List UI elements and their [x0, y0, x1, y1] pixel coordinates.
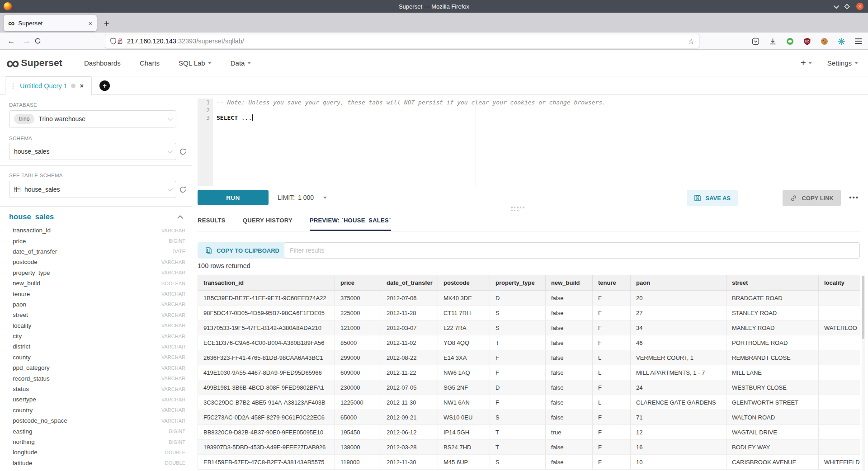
schema-select[interactable]: house_sales — [9, 143, 176, 160]
results-scrollbar[interactable] — [862, 275, 865, 471]
column-row-date-of-transfer[interactable]: date_of_transferDATE — [13, 246, 185, 257]
sql-editor[interactable]: 1 2 3 -- Note: Unless you save your quer… — [198, 99, 860, 186]
menu-icon[interactable] — [855, 38, 862, 44]
column-row-postcode[interactable]: postcodeVARCHAR — [13, 257, 185, 267]
window-close-icon[interactable]: × — [856, 3, 863, 10]
column-type: VARCHAR — [161, 344, 185, 349]
table-cell: 65000 — [335, 410, 381, 425]
superset-logo-icon[interactable]: ∞ — [6, 56, 19, 70]
query-tab[interactable]: ⋮ Untitled Query 1 × — [5, 76, 92, 95]
col-header-paon[interactable]: paon — [631, 275, 726, 291]
table-cell: 119000 — [335, 455, 381, 470]
back-button[interactable]: ← — [4, 37, 19, 46]
tab-query-history[interactable]: QUERY HISTORY — [243, 217, 292, 231]
col-header-postcode[interactable]: postcode — [438, 275, 490, 291]
column-row-paon[interactable]: paonVARCHAR — [13, 299, 185, 310]
pane-resize-handle[interactable] — [511, 207, 524, 211]
column-row-price[interactable]: priceBIGINT — [13, 236, 185, 246]
column-type: VARCHAR — [161, 386, 185, 392]
column-row-record-status[interactable]: record_statusVARCHAR — [13, 373, 185, 383]
nav-item-charts[interactable]: Charts — [140, 59, 160, 67]
new-tab-button[interactable]: + — [104, 19, 109, 28]
cookie-icon[interactable] — [821, 38, 828, 45]
collapse-chevron-icon[interactable] — [177, 215, 183, 221]
window-minimize-icon[interactable] — [834, 3, 840, 9]
database-select[interactable]: trino Trino warehouse — [9, 110, 176, 127]
privacy-badger-icon[interactable] — [786, 38, 794, 45]
pocket-icon[interactable] — [752, 38, 760, 45]
extension-sparkle-icon[interactable] — [838, 38, 845, 45]
column-row-latitude[interactable]: latitudeDOUBLE — [13, 458, 185, 468]
new-menu-button[interactable]: + — [801, 57, 812, 68]
col-header-date-of-transfer[interactable]: date_of_transfer — [381, 275, 438, 291]
col-header-street[interactable]: street — [726, 275, 819, 291]
browser-tab[interactable]: ∞ Superset × — [4, 15, 97, 31]
column-row-longitude[interactable]: longitudeDOUBLE — [13, 447, 185, 457]
url-bar[interactable]: 217.160.120.143:32393/superset/sqllab/ ☆ — [105, 34, 699, 48]
column-row-ppd-category[interactable]: ppd_categoryVARCHAR — [13, 363, 185, 373]
url-text: 217.160.120.143:32393/superset/sqllab/ — [127, 38, 688, 45]
run-button[interactable]: RUN — [198, 190, 269, 205]
column-name: new_build — [13, 280, 161, 287]
column-row-northing[interactable]: northingBIGINT — [13, 437, 185, 447]
col-header-new-build[interactable]: new_build — [546, 275, 593, 291]
column-row-postcode-no-space[interactable]: postcode_no_spaceVARCHAR — [13, 415, 185, 426]
column-row-county[interactable]: countyVARCHAR — [13, 352, 185, 363]
refresh-table-icon[interactable] — [179, 186, 187, 193]
column-row-usertype[interactable]: usertypeVARCHAR — [13, 394, 185, 405]
column-row-street[interactable]: streetVARCHAR — [13, 310, 185, 320]
column-row-district[interactable]: districtVARCHAR — [13, 341, 185, 352]
column-row-status[interactable]: statusVARCHAR — [13, 384, 185, 394]
tab-results[interactable]: RESULTS — [198, 217, 226, 231]
table-schema-title[interactable]: house_sales — [9, 212, 54, 221]
query-tab-title: Untitled Query 1 — [20, 82, 67, 89]
refresh-schema-icon[interactable] — [179, 148, 187, 155]
reload-button[interactable] — [34, 38, 50, 44]
table-row: 98F5DC47-0D05-4D59-95B7-98CA6F1FDE052250… — [198, 306, 860, 320]
save-as-button[interactable]: SAVE AS — [687, 190, 738, 206]
column-row-country[interactable]: countryVARCHAR — [13, 405, 185, 415]
settings-menu[interactable]: Settings — [827, 59, 858, 67]
column-name: tenure — [13, 291, 161, 297]
drag-handle-icon[interactable]: ⋮ — [10, 82, 16, 89]
table-cell: 16 — [631, 440, 726, 455]
window-maximize-icon[interactable] — [844, 4, 850, 9]
copy-link-button[interactable]: COPY LINK — [783, 190, 841, 206]
column-row-locality[interactable]: localityVARCHAR — [13, 320, 185, 331]
query-tab-close-icon[interactable]: × — [80, 82, 84, 89]
column-row-new-build[interactable]: new_buildBOOLEAN — [13, 278, 185, 288]
col-header-property-type[interactable]: property_type — [490, 275, 546, 291]
insecure-lock-icon[interactable] — [117, 38, 123, 45]
col-header-price[interactable]: price — [335, 275, 381, 291]
table-cell: 91370533-19F5-47FE-B142-A380A8ADA210 — [198, 320, 335, 335]
limit-dropdown[interactable]: LIMIT: 1 000 — [278, 190, 327, 205]
column-row-tenure[interactable]: tenureVARCHAR — [13, 288, 185, 299]
col-header-tenure[interactable]: tenure — [593, 275, 631, 291]
scrollbar-thumb[interactable] — [862, 276, 864, 339]
column-row-property-type[interactable]: property_typeVARCHAR — [13, 268, 185, 278]
col-header-transaction-id[interactable]: transaction_id — [198, 275, 335, 291]
nav-item-dashboards[interactable]: Dashboards — [84, 59, 121, 67]
chevron-down-icon — [168, 148, 173, 153]
nav-item-data[interactable]: Data — [231, 59, 251, 67]
forward-button[interactable]: → — [19, 37, 34, 46]
column-type: DATE — [172, 249, 185, 254]
tab-preview-house-sales[interactable]: PREVIEW: `HOUSE_SALES` — [310, 217, 391, 231]
superset-brand[interactable]: Superset — [21, 57, 62, 68]
table-select[interactable]: house_sales — [9, 181, 176, 198]
ublock-shield-icon[interactable]: UO — [803, 38, 811, 45]
nav-item-sql-lab[interactable]: SQL Lab — [179, 59, 212, 67]
more-actions-button[interactable]: ••• — [849, 193, 859, 201]
filter-results-input[interactable] — [284, 242, 860, 259]
add-query-tab-button[interactable]: + — [99, 80, 110, 91]
column-row-city[interactable]: cityVARCHAR — [13, 331, 185, 341]
column-row-easting[interactable]: eastingBIGINT — [13, 426, 185, 436]
copy-to-clipboard-button[interactable]: COPY TO CLIPBOARD — [198, 242, 287, 259]
col-header-locality[interactable]: locality — [819, 275, 860, 291]
bookmark-star-icon[interactable]: ☆ — [688, 37, 694, 46]
downloads-icon[interactable] — [769, 38, 777, 45]
tab-close-icon[interactable]: × — [88, 19, 92, 27]
column-row-transaction-id[interactable]: transaction_idVARCHAR — [13, 225, 185, 236]
table-cell: L — [593, 365, 631, 380]
tracking-shield-icon[interactable] — [110, 38, 117, 45]
